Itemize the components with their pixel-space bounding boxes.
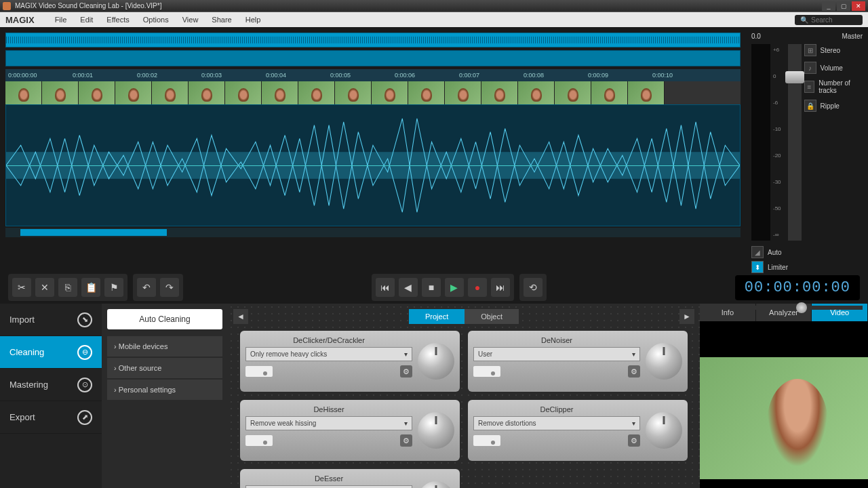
fx-declicker-title: DeClicker/DeCrackler [245, 336, 412, 344]
fader-handle[interactable] [785, 71, 804, 83]
ruler-mark: 0:00:04 [263, 72, 328, 79]
search-input[interactable] [811, 16, 859, 24]
meter-scale: +60 -6-10 -20-30 -50-∞ [773, 44, 781, 241]
marker-button[interactable]: ⚑ [104, 278, 123, 297]
fx-dehisser-knob[interactable] [418, 412, 454, 449]
timeline-scrollbar[interactable] [5, 228, 741, 237]
ruler-mark: 0:00:00:00 [5, 72, 70, 79]
skip-start-button[interactable]: ⏮ [376, 278, 395, 297]
fx-denoiser-settings[interactable]: ⚙ [628, 365, 640, 378]
brand-logo: MAGIX [5, 15, 35, 25]
fx-declicker-knob[interactable] [418, 343, 454, 380]
fx-deesser-preset[interactable]: Default▾ [245, 485, 412, 488]
limiter-toggle[interactable]: ⬍Limiter [751, 261, 863, 273]
auto-cleaning-button[interactable]: Auto Cleaning [107, 309, 222, 329]
chevron-down-icon: ▾ [632, 420, 635, 427]
import-icon: ⬊ [77, 312, 92, 327]
paste-button[interactable]: 📋 [81, 278, 100, 297]
chevron-down-icon: ▾ [632, 350, 635, 358]
overview-range[interactable] [5, 50, 741, 66]
prev-button[interactable]: ◀ [399, 278, 418, 297]
nav-import[interactable]: Import⬊ [0, 304, 102, 336]
prev-page-button[interactable]: ◄ [233, 309, 248, 324]
monitor-slider[interactable] [751, 306, 863, 310]
maximize-button[interactable]: ▢ [837, 1, 850, 11]
scrollbar-thumb[interactable] [20, 229, 167, 236]
fx-declicker-settings[interactable]: ⚙ [400, 365, 412, 378]
video-preview [700, 321, 868, 488]
fx-declicker-toggle[interactable] [245, 366, 273, 377]
fx-deesser-title: DeEsser [245, 474, 412, 483]
stereo-toggle[interactable]: ⊞Stereo [804, 44, 863, 56]
menu-view[interactable]: View [176, 16, 205, 24]
ruler-mark: 0:00:07 [456, 72, 521, 79]
menu-file[interactable]: File [48, 16, 74, 24]
copy-button[interactable]: ⎘ [58, 278, 77, 297]
fx-denoiser-preset[interactable]: User▾ [473, 347, 640, 361]
next-page-button[interactable]: ► [679, 309, 694, 324]
menu-options[interactable]: Options [136, 16, 176, 24]
auto-toggle[interactable]: ◢Auto [751, 246, 863, 258]
tracks-toggle[interactable]: ≡Number of tracks [804, 79, 863, 94]
fx-declipper: DeClipper Remove distortions▾ ⚙ [468, 400, 688, 461]
ripple-toggle[interactable]: 🔒Ripple [804, 100, 863, 112]
fx-declipper-toggle[interactable] [473, 435, 500, 446]
nav-cleaning[interactable]: Cleaning⊖ [0, 336, 102, 369]
tab-object[interactable]: Object [465, 309, 519, 324]
preset-other[interactable]: › Other source [107, 358, 222, 378]
fx-declipper-preset[interactable]: Remove distortions▾ [473, 416, 640, 430]
window-title: MAGIX Video Sound Cleaning Lab - [Video.… [15, 2, 822, 9]
master-label: Master [842, 33, 863, 40]
main-waveform[interactable] [5, 104, 741, 226]
loop-button[interactable]: ⟲ [524, 278, 542, 297]
monitor-knob[interactable] [796, 302, 807, 313]
ruler-mark: 0:00:06 [392, 72, 456, 79]
fx-dehisser-toggle[interactable] [245, 435, 273, 446]
search-icon: 🔍 [800, 16, 808, 24]
undo-button[interactable]: ↶ [137, 278, 156, 297]
volume-fader[interactable] [788, 44, 802, 241]
fx-dehisser-settings[interactable]: ⚙ [400, 434, 412, 447]
redo-button[interactable]: ↷ [160, 278, 179, 297]
preset-mobile[interactable]: › Mobile devices [107, 336, 222, 357]
preset-personal[interactable]: › Personal settings [107, 380, 222, 400]
fx-dehisser-preset[interactable]: Remove weak hissing▾ [245, 416, 412, 430]
tab-project[interactable]: Project [409, 309, 465, 324]
fx-declicker-preset[interactable]: Only remove heavy clicks▾ [245, 347, 412, 361]
fx-denoiser-title: DeNoiser [473, 336, 640, 344]
search-box[interactable]: 🔍 [795, 15, 863, 25]
time-ruler[interactable]: 0:00:00:00 0:00:01 0:00:02 0:00:03 0:00:… [5, 69, 741, 81]
ruler-mark: 0:00:10 [650, 72, 714, 79]
svg-rect-0 [6, 152, 740, 179]
fx-deesser: DeEsser Default▾ [240, 469, 460, 488]
close-button[interactable]: ✕ [852, 1, 865, 11]
fx-denoiser-toggle[interactable] [473, 366, 500, 377]
fx-declipper-settings[interactable]: ⚙ [628, 434, 640, 447]
record-button[interactable]: ● [468, 278, 487, 297]
menu-effects[interactable]: Effects [100, 16, 136, 24]
fx-denoiser-knob[interactable] [646, 343, 682, 380]
cut-button[interactable]: ✂ [12, 278, 31, 297]
tab-info[interactable]: Info [700, 304, 756, 321]
play-button[interactable]: ▶ [445, 278, 464, 297]
level-meter [751, 44, 770, 241]
ruler-mark: 0:00:08 [521, 72, 585, 79]
chevron-down-icon: ▾ [404, 350, 408, 358]
overview-waveform[interactable] [5, 33, 741, 47]
preview-frame [700, 357, 868, 479]
menu-edit[interactable]: Edit [73, 16, 100, 24]
video-thumbnails[interactable] [5, 81, 741, 104]
delete-button[interactable]: ✕ [35, 278, 54, 297]
ruler-mark: 0:00:01 [70, 72, 134, 79]
fx-deesser-knob[interactable] [418, 481, 454, 488]
nav-mastering[interactable]: Mastering⊙ [0, 369, 102, 401]
skip-end-button[interactable]: ⏭ [491, 278, 510, 297]
menu-share[interactable]: Share [205, 16, 238, 24]
minimize-button[interactable]: _ [822, 1, 835, 11]
volume-label: ♪Volume [804, 62, 863, 74]
nav-export[interactable]: Export⬈ [0, 401, 102, 434]
fx-declipper-title: DeClipper [473, 405, 640, 413]
fx-declipper-knob[interactable] [646, 412, 682, 449]
stop-button[interactable]: ■ [422, 278, 441, 297]
menu-help[interactable]: Help [239, 16, 268, 24]
